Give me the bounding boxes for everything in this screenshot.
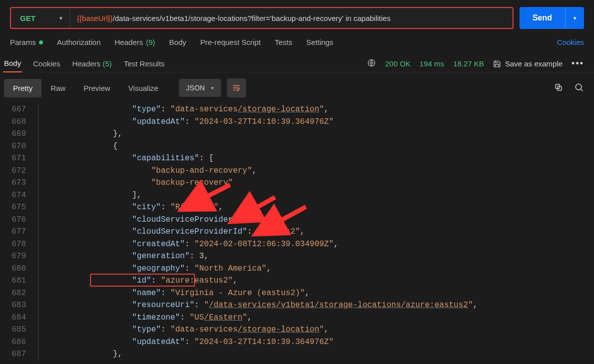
code-lines: "type": "data-services/storage-location"…	[36, 103, 594, 361]
code-line: },	[36, 348, 594, 361]
line-gutter: 6676686696706716726736746756766776786796…	[0, 103, 31, 361]
view-pretty-button[interactable]: Pretty	[4, 79, 42, 97]
code-line: "type": "data-services/storage-location"…	[36, 103, 594, 116]
count-badge: (5)	[102, 59, 112, 68]
code-line: ],	[36, 189, 594, 202]
format-select[interactable]: JSON ▾	[179, 79, 220, 97]
code-line: "name": "Virginia - Azure (eastus2)",	[36, 287, 594, 300]
http-method-select[interactable]: GET ▾	[11, 8, 70, 28]
response-tabs: Body Cookies Headers (5) Test Results 20…	[0, 51, 594, 72]
code-line: "id": "azure:eastus2",	[36, 275, 594, 287]
send-dropdown-button[interactable]: ▾	[565, 7, 584, 29]
send-button[interactable]: Send	[520, 7, 565, 29]
code-line: "capabilities": [	[36, 152, 594, 165]
code-line: {	[36, 140, 594, 153]
search-button[interactable]	[574, 82, 584, 94]
tab-prerequest[interactable]: Pre-request Script	[200, 38, 261, 46]
copy-button[interactable]	[554, 83, 563, 93]
code-line: "updatedAt": "2024-03-27T14:10:39.364976…	[36, 336, 594, 349]
resp-tab-headers[interactable]: Headers (5)	[71, 55, 112, 72]
code-line: "generation": 3,	[36, 250, 594, 263]
code-line: "timezone": "US/Eastern",	[36, 312, 594, 324]
chevron-down-icon: ▾	[574, 15, 576, 21]
save-icon	[493, 60, 501, 68]
search-icon	[574, 82, 584, 92]
view-mode-group: Pretty Raw Preview Visualize	[4, 79, 167, 97]
code-line: "city": "Richmond",	[36, 201, 594, 214]
view-raw-button[interactable]: Raw	[42, 79, 74, 97]
tab-label: Headers	[72, 59, 100, 68]
code-line: "createdAt": "2024-02-08T12:06:39.034909…	[36, 238, 594, 251]
format-label: JSON	[186, 84, 204, 92]
response-body[interactable]: 6676686696706716726736746756766776786796…	[0, 103, 594, 361]
save-example-button[interactable]: Save as example	[493, 59, 562, 68]
dot-indicator-icon	[39, 40, 43, 44]
status-size: 18.27 KB	[453, 59, 484, 68]
status-code: 200 OK	[385, 59, 410, 68]
resp-tab-cookies[interactable]: Cookies	[32, 55, 61, 72]
tab-body[interactable]: Body	[169, 38, 186, 46]
tab-settings[interactable]: Settings	[306, 38, 333, 46]
code-line: "cloudServiceProvider": "AZURE",	[36, 214, 594, 226]
code-line: "backup-recovery"	[36, 177, 594, 189]
code-line: "geography": "North America",	[36, 263, 594, 275]
tab-authorization[interactable]: Authorization	[57, 38, 101, 46]
view-visualize-button[interactable]: Visualize	[120, 79, 168, 97]
copy-icon	[554, 83, 563, 92]
code-line: "backup-and-recovery",	[36, 165, 594, 177]
code-line: },	[36, 128, 594, 140]
request-tabs: Params Authorization Headers (9) Body Pr…	[0, 36, 594, 51]
status-time: 194 ms	[420, 59, 444, 68]
chevron-down-icon: ▾	[60, 15, 62, 21]
http-method-label: GET	[20, 14, 36, 22]
globe-icon[interactable]	[367, 58, 376, 69]
response-toolbar: Pretty Raw Preview Visualize JSON ▾	[0, 72, 594, 103]
url-input[interactable]: {{baseUrl}}/data-services/v1beta1/storag…	[70, 8, 512, 28]
tab-tests[interactable]: Tests	[274, 38, 292, 46]
svg-point-3	[576, 84, 582, 90]
resp-tab-testresults[interactable]: Test Results	[123, 55, 166, 72]
wrap-lines-button[interactable]	[227, 78, 246, 97]
wrap-icon	[232, 83, 241, 92]
code-line: "updatedAt": "2024-03-27T14:10:39.364976…	[36, 116, 594, 128]
tab-params[interactable]: Params	[10, 38, 43, 46]
save-example-label: Save as example	[505, 59, 562, 68]
url-variable: {{baseUrl}}	[77, 14, 113, 22]
tab-label: Params	[10, 38, 36, 46]
code-line: "type": "data-services/storage-location"…	[36, 324, 594, 336]
code-line: "cloudServiceProviderId": "eastus2",	[36, 226, 594, 238]
chevron-down-icon: ▾	[211, 85, 214, 91]
request-url-row: GET ▾ {{baseUrl}}/data-services/v1beta1/…	[10, 7, 514, 29]
count-badge: (9)	[146, 38, 155, 46]
code-line: "resourceUri": "/data-services/v1beta1/s…	[36, 299, 594, 312]
more-icon[interactable]: •••	[572, 58, 584, 69]
view-preview-button[interactable]: Preview	[74, 79, 119, 97]
cookies-link[interactable]: Cookies	[557, 38, 584, 46]
url-path: /data-services/v1beta1/storage-locations…	[113, 14, 391, 22]
tab-headers[interactable]: Headers (9)	[114, 38, 155, 46]
resp-tab-body[interactable]: Body	[3, 55, 22, 72]
tab-label: Headers	[114, 38, 143, 46]
